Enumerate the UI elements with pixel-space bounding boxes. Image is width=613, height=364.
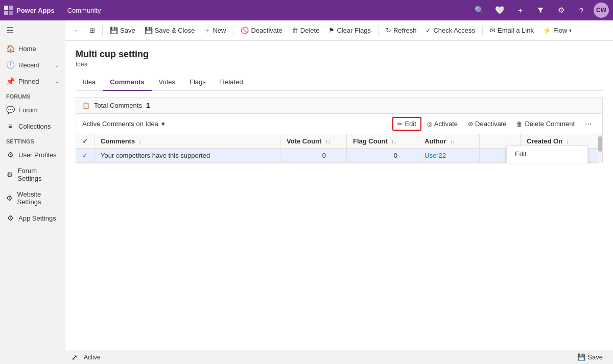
col-header-checkbox: ✓ <box>76 134 95 149</box>
sidebar-item-pinned[interactable]: 📌 Pinned ⌄ <box>0 73 65 89</box>
dropdown-item-edit-comment[interactable]: Edit this Comment. <box>507 162 587 163</box>
save-button[interactable]: 💾 Save <box>106 24 139 37</box>
toolbar-separator-1 <box>102 26 103 36</box>
tab-votes[interactable]: Votes <box>152 74 183 91</box>
deactivate-button[interactable]: 🚫 Deactivate <box>237 24 286 37</box>
layout-icon: ⊞ <box>89 27 95 34</box>
page-content: Multi cup setting Idea Idea Comments Vot… <box>65 41 613 350</box>
subheader-dropdown-icon[interactable]: ▾ <box>161 120 165 128</box>
scroll-thumb[interactable] <box>598 136 602 152</box>
recent-icon: 🕐 <box>6 61 14 69</box>
check-access-label: Check Access <box>433 27 475 34</box>
save-close-icon: 💾 <box>145 27 153 34</box>
row-author[interactable]: User22 <box>418 149 480 163</box>
forum-icon: 💬 <box>6 106 14 114</box>
status-save-button[interactable]: 💾 Save <box>573 352 607 362</box>
status-bar: ⤢ Active 💾 Save <box>65 350 613 364</box>
app-logo[interactable]: Power Apps <box>4 6 55 15</box>
layout-button[interactable]: ⊞ <box>85 24 99 37</box>
collections-icon: ≡ <box>6 122 14 130</box>
grid-actions: ✏ Edit ◎ Activate ⊘ Deactivate 🗑 <box>392 117 596 131</box>
favorites-icon[interactable]: 🤍 <box>491 2 508 18</box>
content-area: ← ⊞ 💾 Save 💾 Save & Close ＋ New 🚫 Deacti… <box>65 20 613 364</box>
status-save-label: Save <box>587 353 603 361</box>
delete-button[interactable]: 🗑 Delete <box>288 24 324 37</box>
toolbar-separator-4 <box>482 26 483 36</box>
sidebar-item-home[interactable]: 🏠 Home <box>0 40 65 57</box>
back-button[interactable]: ← <box>69 24 84 37</box>
avatar[interactable]: CW <box>594 3 609 18</box>
email-link-button[interactable]: ✉ Email a Link <box>486 24 538 37</box>
author-link[interactable]: User22 <box>425 152 446 159</box>
flow-button[interactable]: ⚡ Flow ▾ <box>539 24 576 37</box>
row-vote-count: 0 <box>280 149 347 163</box>
status-bar-right: 💾 Save <box>573 352 607 362</box>
col-header-flag-count[interactable]: Flag Count ↑↓ <box>347 134 418 149</box>
tab-flags[interactable]: Flags <box>182 74 213 91</box>
top-navigation: Power Apps Community 🔍 🤍 ＋ ⚙ ? CW <box>0 0 613 20</box>
tab-idea[interactable]: Idea <box>76 74 103 91</box>
sort-icon-comments: ↓ <box>139 139 142 144</box>
deactivate-icon: 🚫 <box>241 27 249 34</box>
delete-label: Delete <box>300 27 320 34</box>
save-icon: 💾 <box>110 27 118 34</box>
deactivate-grid-button[interactable]: ⊘ Deactivate <box>463 117 511 130</box>
more-icon: ⋯ <box>585 120 592 128</box>
refresh-label: Refresh <box>393 27 417 34</box>
page-subtitle: Idea <box>76 61 603 68</box>
sidebar-item-collections[interactable]: ≡ Collections <box>0 118 65 134</box>
total-comments-icon: 📋 <box>82 102 90 109</box>
sidebar-item-label: Website Settings <box>17 190 59 206</box>
sidebar-item-forum-settings[interactable]: ⚙ Forum Settings <box>0 163 65 186</box>
row-checkbox: ✓ <box>76 149 95 163</box>
col-created-label: Created On <box>527 137 562 145</box>
search-icon[interactable]: 🔍 <box>471 2 487 18</box>
grid-container: 📋 Total Comments 1 Active Comments on Id… <box>76 97 603 163</box>
help-icon[interactable]: ? <box>573 2 590 18</box>
check-access-icon: ✓ <box>426 27 431 34</box>
row-comment: Your competitors have this supported <box>95 149 280 163</box>
col-header-author[interactable]: Author ↑↓ <box>418 134 480 149</box>
col-header-comments[interactable]: Comments ↓ <box>95 134 280 149</box>
status-label: Active <box>84 354 101 361</box>
expand-icon[interactable]: ⤢ <box>72 353 78 361</box>
svg-rect-2 <box>4 11 8 15</box>
save-close-button[interactable]: 💾 Save & Close <box>140 24 199 37</box>
hamburger-menu[interactable]: ☰ <box>0 20 65 40</box>
sidebar-item-label: Forum Settings <box>18 167 59 182</box>
toolbar-separator-2 <box>233 26 233 36</box>
sidebar-item-user-profiles[interactable]: ⚙ User Profiles <box>0 147 65 163</box>
settings-section-header: Settings <box>0 134 65 147</box>
sidebar-item-app-settings[interactable]: ⚙ App Settings <box>0 210 65 226</box>
tab-related[interactable]: Related <box>213 74 250 91</box>
sidebar-item-recent[interactable]: 🕐 Recent ⌄ <box>0 57 65 73</box>
delete-comment-button[interactable]: 🗑 Delete Comment <box>512 117 579 130</box>
refresh-button[interactable]: ↻ Refresh <box>382 24 421 37</box>
svg-rect-3 <box>9 11 13 15</box>
sidebar-item-forum[interactable]: 💬 Forum <box>0 102 65 118</box>
sidebar-item-label: Recent <box>18 61 39 69</box>
row-check-icon: ✓ <box>82 152 88 159</box>
tab-comments[interactable]: Comments <box>103 74 151 91</box>
edit-button[interactable]: ✏ Edit <box>392 117 421 131</box>
col-header-vote-count[interactable]: Vote Count ↑↓ <box>280 134 347 149</box>
check-access-button[interactable]: ✓ Check Access <box>421 24 479 37</box>
home-icon: 🏠 <box>6 44 14 53</box>
filter-icon[interactable] <box>532 2 549 18</box>
toolbar-separator-3 <box>378 26 379 36</box>
new-button[interactable]: ＋ New <box>200 23 230 38</box>
settings-icon[interactable]: ⚙ <box>553 2 569 18</box>
clear-flags-button[interactable]: ⚑ Clear Flags <box>324 24 374 37</box>
svg-rect-0 <box>4 6 8 10</box>
back-icon: ← <box>74 27 80 34</box>
pinned-icon: 📌 <box>6 77 14 85</box>
dropdown-item-edit[interactable]: Edit <box>507 146 587 162</box>
sidebar-item-website-settings[interactable]: ⚙ Website Settings <box>0 186 65 210</box>
delete-icon: 🗑 <box>292 27 298 34</box>
forum-settings-icon: ⚙ <box>6 171 14 179</box>
activate-button[interactable]: ◎ Activate <box>422 117 462 130</box>
add-icon[interactable]: ＋ <box>512 2 528 18</box>
deactivate-grid-icon: ⊘ <box>468 120 473 128</box>
more-button[interactable]: ⋯ <box>580 117 596 130</box>
subheader-label: Active Comments on Idea <box>82 120 158 128</box>
